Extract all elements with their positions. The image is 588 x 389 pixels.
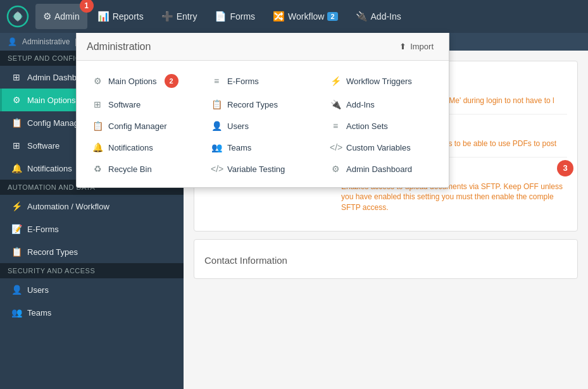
dd-config-manager-label: Config Manager [108, 121, 167, 131]
entry-nav-label: Entry [177, 11, 197, 22]
forms-icon: 📄 [215, 11, 227, 22]
dd-eforms-icon: ≡ [211, 76, 222, 86]
notifications-icon: 🔔 [11, 163, 22, 173]
workflow-nav-label: Workflow [288, 11, 324, 22]
dropdown-users[interactable]: 👤 Users [203, 115, 322, 137]
forms-nav-label: Forms [230, 11, 255, 22]
dropdown-grid: ⚙ Main Options 2 ≡ E-Forms ⚡ Workflow Tr… [77, 61, 449, 187]
admin-icon: ⚙ [43, 11, 51, 22]
entry-icon: ➕ [161, 11, 173, 22]
sidebar-item-eforms[interactable]: 📝 E-Forms [0, 218, 184, 240]
main-options-badge: 2 [165, 74, 178, 88]
sidebar-security-label: Security and Access [8, 267, 95, 275]
sidebar-software-label: Software [27, 141, 59, 151]
workflow-icon: 🔀 [273, 11, 285, 22]
sidebar-item-users[interactable]: 👤 Users [0, 278, 184, 301]
dd-custom-variables-icon: </> [330, 142, 341, 152]
software-icon: ⊞ [11, 140, 22, 151]
sidebar-users-label: Users [27, 285, 49, 295]
dd-main-options-label: Main Options [108, 77, 157, 86]
admin-badge: 1 [80, 0, 94, 13]
reports-icon: 📊 [97, 11, 109, 22]
reports-nav-label: Reports [113, 11, 144, 22]
eforms-icon: 📝 [11, 224, 22, 234]
automation-icon: ⚡ [11, 201, 22, 211]
dropdown-recycle-bin[interactable]: ♻ Recycle Bin [84, 158, 203, 180]
dd-software-icon: ⊞ [92, 99, 103, 109]
dropdown-action-sets[interactable]: ≡ Action Sets [322, 115, 441, 137]
dropdown-variable-testing[interactable]: </> Variable Testing [203, 158, 322, 180]
dd-users-label: Users [227, 121, 249, 131]
dd-record-types-icon: 📋 [211, 99, 222, 109]
sidebar-main-options-label: Main Options [27, 96, 76, 105]
sidebar-teams-label: Teams [27, 308, 51, 318]
dd-admin-dashboard-icon: ⚙ [330, 164, 341, 174]
app-logo [5, 4, 30, 29]
dd-workflow-triggers-label: Workflow Triggers [346, 77, 412, 86]
dropdown-teams[interactable]: 👥 Teams [203, 137, 322, 158]
contact-section: Contact Information [194, 239, 578, 279]
admin-nav-label: Admin [54, 11, 80, 22]
dd-users-icon: 👤 [211, 121, 222, 131]
addins-nav-label: Add-Ins [371, 11, 401, 22]
dd-action-sets-icon: ≡ [330, 121, 341, 131]
admin-dropdown: Administration ⬆ Import ⚙ Main Options 2… [76, 33, 449, 188]
dd-teams-icon: 👥 [211, 142, 222, 152]
dd-software-label: Software [108, 100, 141, 109]
sidebar-notifications-label: Notifications [27, 164, 72, 173]
dropdown-config-manager[interactable]: 📋 Config Manager [84, 115, 203, 137]
admin-nav-wrap: ⚙ Admin 1 [35, 4, 87, 29]
dd-custom-variables-label: Custom Variables [346, 143, 411, 152]
breadcrumb-admin: Administrative [22, 37, 70, 46]
dd-main-options-icon: ⚙ [92, 76, 103, 86]
addins-icon: 🔌 [356, 11, 368, 22]
reports-nav-item[interactable]: 📊 Reports [90, 4, 151, 29]
sftp-step-badge: 3 [557, 160, 573, 176]
dropdown-main-options[interactable]: ⚙ Main Options 2 [84, 68, 203, 94]
sidebar-item-automation-workflow[interactable]: ⚡ Automation / Workflow [0, 195, 184, 218]
dropdown-admin-dashboard[interactable]: ⚙ Admin Dashboard [322, 158, 441, 180]
dd-recycle-bin-label: Recycle Bin [108, 164, 152, 174]
sidebar-eforms-label: E-Forms [27, 225, 59, 234]
dropdown-header: Administration ⬆ Import [77, 33, 449, 61]
dd-add-ins-label: Add-Ins [346, 100, 375, 109]
dropdown-software[interactable]: ⊞ Software [84, 94, 203, 115]
dd-workflow-triggers-icon: ⚡ [330, 76, 341, 86]
contact-heading: Contact Information [204, 250, 567, 268]
entry-nav-item[interactable]: ➕ Entry [154, 4, 205, 29]
main-options-icon: ⚙ [11, 95, 22, 105]
import-icon: ⬆ [399, 42, 406, 51]
dropdown-title: Administration [87, 41, 151, 52]
dd-add-ins-icon: 🔌 [330, 99, 341, 109]
forms-nav-item[interactable]: 📄 Forms [207, 4, 263, 29]
dd-variable-testing-icon: </> [211, 164, 222, 174]
dropdown-custom-variables[interactable]: </> Custom Variables [322, 137, 441, 158]
record-types-icon: 📋 [11, 247, 22, 257]
addins-nav-item[interactable]: 🔌 Add-Ins [348, 4, 409, 29]
dd-teams-label: Teams [227, 143, 251, 152]
dropdown-workflow-triggers[interactable]: ⚡ Workflow Triggers [322, 68, 441, 94]
dropdown-record-types[interactable]: 📋 Record Types [203, 94, 322, 115]
sidebar-record-types-label: Record Types [27, 247, 78, 257]
dropdown-notifications[interactable]: 🔔 Notifications [84, 137, 203, 158]
dd-record-types-label: Record Types [227, 100, 278, 109]
import-button[interactable]: ⬆ Import [394, 39, 439, 54]
dropdown-eforms[interactable]: ≡ E-Forms [203, 68, 322, 94]
dd-recycle-bin-icon: ♻ [92, 164, 103, 174]
workflow-badge: 2 [327, 12, 337, 21]
dd-notifications-icon: 🔔 [92, 142, 103, 152]
dd-admin-dashboard-label: Admin Dashboard [346, 164, 412, 174]
dd-eforms-label: E-Forms [227, 77, 259, 86]
users-icon: 👤 [11, 285, 22, 295]
sidebar-item-teams[interactable]: 👥 Teams [0, 301, 184, 324]
dd-action-sets-label: Action Sets [346, 121, 388, 131]
dd-config-manager-icon: 📋 [92, 121, 103, 131]
sidebar-item-record-types[interactable]: 📋 Record Types [0, 240, 184, 263]
workflow-nav-item[interactable]: 🔀 Workflow 2 [265, 4, 345, 29]
dropdown-add-ins[interactable]: 🔌 Add-Ins [322, 94, 441, 115]
import-label: Import [410, 42, 434, 51]
dd-notifications-label: Notifications [108, 143, 153, 152]
config-manager-icon: 📋 [11, 118, 22, 128]
dd-variable-testing-label: Variable Testing [227, 164, 285, 174]
sidebar-automation-workflow-label: Automation / Workflow [27, 202, 109, 211]
